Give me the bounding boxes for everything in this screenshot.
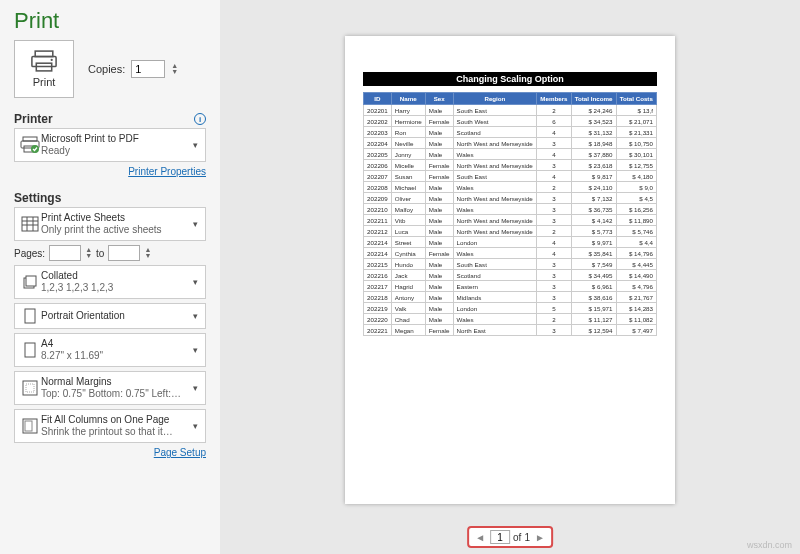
margins-icon: [19, 380, 41, 396]
collate-dropdown[interactable]: Collated1,2,3 1,2,3 1,2,3 ▾: [14, 265, 206, 299]
copies-label: Copies:: [88, 63, 125, 75]
collate-sub: 1,2,3 1,2,3 1,2,3: [41, 282, 190, 294]
pages-from-spinner[interactable]: ▲▼: [85, 247, 92, 259]
print-button[interactable]: Print: [14, 40, 74, 98]
scaling-dropdown[interactable]: Fit All Columns on One PageShrink the pr…: [14, 409, 206, 443]
pages-to-spinner[interactable]: ▲▼: [144, 247, 151, 259]
printer-dropdown[interactable]: Microsoft Print to PDF Ready ▾: [14, 128, 206, 162]
printer-status-icon: [19, 136, 41, 154]
info-icon[interactable]: i: [194, 113, 206, 125]
table-row: 202202HermioneFemaleSouth West6$ 34,523$…: [364, 116, 657, 127]
table-row: 202221MeganFemaleNorth East3$ 12,594$ 7,…: [364, 325, 657, 336]
page-current-input[interactable]: [490, 530, 510, 544]
table-row: 202206MicelleFemaleNorth West and Mersey…: [364, 160, 657, 171]
collate-label: Collated: [41, 270, 190, 282]
paper-dropdown[interactable]: A48.27" x 11.69" ▾: [14, 333, 206, 367]
page-of-label: of: [513, 532, 521, 543]
prev-page-arrow[interactable]: ◄: [473, 532, 487, 543]
table-row: 202205JonnyMaleWales4$ 37,880$ 30,101: [364, 149, 657, 160]
table-row: 202212LucaMaleNorth West and Merseyside2…: [364, 226, 657, 237]
pages-to-label: to: [96, 248, 104, 259]
next-page-arrow[interactable]: ►: [533, 532, 547, 543]
svg-point-3: [51, 59, 53, 61]
chevron-down-icon: ▾: [190, 421, 201, 431]
copies-input[interactable]: [131, 60, 165, 78]
paper-sub: 8.27" x 11.69": [41, 350, 190, 362]
table-row: 202210MalfoyMaleWales3$ 36,735$ 16,256: [364, 204, 657, 215]
margins-dropdown[interactable]: Normal MarginsTop: 0.75" Bottom: 0.75" L…: [14, 371, 206, 405]
printer-properties-link[interactable]: Printer Properties: [14, 166, 206, 177]
pages-label: Pages:: [14, 248, 45, 259]
page-total: 1: [524, 532, 530, 543]
table-row: 202214CynthiaFemaleWales4$ 35,841$ 14,79…: [364, 248, 657, 259]
preview-page: Changing Scaling Option IDNameSexRegionM…: [345, 36, 675, 504]
print-what-sub: Only print the active sheets: [41, 224, 190, 236]
paper-icon: [19, 342, 41, 358]
printer-name: Microsoft Print to PDF: [41, 133, 190, 145]
pages-from-input[interactable]: [49, 245, 81, 261]
settings-heading: Settings: [14, 191, 61, 205]
print-button-label: Print: [33, 76, 56, 88]
page-navigator[interactable]: ◄ of 1 ►: [467, 526, 553, 548]
svg-rect-16: [25, 343, 35, 357]
print-what-label: Print Active Sheets: [41, 212, 190, 224]
copies-spinner[interactable]: ▲▼: [171, 63, 178, 75]
margins-sub: Top: 0.75" Bottom: 0.75" Left:…: [41, 388, 190, 400]
table-row: 202217HagridMaleEastern3$ 6,961$ 4,796: [364, 281, 657, 292]
chevron-down-icon: ▾: [190, 311, 201, 321]
paper-label: A4: [41, 338, 190, 350]
svg-rect-0: [35, 51, 53, 57]
portrait-icon: [19, 308, 41, 324]
table-row: 202207SusanFemaleSouth East4$ 9,817$ 4,1…: [364, 171, 657, 182]
svg-rect-14: [26, 276, 36, 286]
table-row: 202216JackMaleScotland3$ 34,495$ 14,490: [364, 270, 657, 281]
table-row: 202209OliverMaleNorth West and Merseysid…: [364, 193, 657, 204]
printer-heading: Printer: [14, 112, 53, 126]
printer-status: Ready: [41, 145, 190, 157]
collate-icon: [19, 275, 41, 289]
data-table: IDNameSexRegionMembersTotal IncomeTotal …: [363, 92, 657, 336]
printer-icon: [30, 50, 58, 72]
table-row: 202211VitbMaleNorth West and Merseyside3…: [364, 215, 657, 226]
svg-rect-17: [23, 381, 37, 395]
table-row: 202201HarryMaleSouth East2$ 24,246$ 13,f: [364, 105, 657, 116]
chevron-down-icon: ▾: [190, 383, 201, 393]
chevron-down-icon: ▾: [190, 219, 201, 229]
page-setup-link[interactable]: Page Setup: [14, 447, 206, 458]
print-preview-area: Changing Scaling Option IDNameSexRegionM…: [220, 0, 800, 554]
table-row: 202203RonMaleScotland4$ 31,132$ 21,331: [364, 127, 657, 138]
orientation-label: Portrait Orientation: [41, 310, 190, 322]
svg-rect-8: [22, 217, 38, 231]
chevron-down-icon: ▾: [190, 345, 201, 355]
page-title: Print: [14, 8, 206, 34]
margins-label: Normal Margins: [41, 376, 190, 388]
svg-rect-4: [23, 137, 37, 141]
table-row: 202219ValkMaleLondon5$ 15,971$ 14,283: [364, 303, 657, 314]
chevron-down-icon: ▾: [190, 140, 201, 150]
watermark: wsxdn.com: [747, 540, 792, 550]
pages-to-input[interactable]: [108, 245, 140, 261]
scaling-label: Fit All Columns on One Page: [41, 414, 190, 426]
table-row: 202208MichaelMaleWales2$ 24,110$ 9,0: [364, 182, 657, 193]
chevron-down-icon: ▾: [190, 277, 201, 287]
table-row: 202220ChadMaleWales2$ 11,127$ 11,082: [364, 314, 657, 325]
table-row: 202215HundoMaleSouth East3$ 7,549$ 4,445: [364, 259, 657, 270]
print-what-dropdown[interactable]: Print Active SheetsOnly print the active…: [14, 207, 206, 241]
scaling-icon: [19, 418, 41, 434]
table-title: Changing Scaling Option: [363, 72, 657, 86]
svg-rect-15: [25, 309, 35, 323]
table-row: 202204NevilleMaleNorth West and Merseysi…: [364, 138, 657, 149]
scaling-sub: Shrink the printout so that it…: [41, 426, 190, 438]
table-row: 202214StreetMaleLondon4$ 9,971$ 4,4: [364, 237, 657, 248]
orientation-dropdown[interactable]: Portrait Orientation ▾: [14, 303, 206, 329]
table-row: 202218AntonyMaleMidlands3$ 38,616$ 21,76…: [364, 292, 657, 303]
sheets-icon: [19, 216, 41, 232]
